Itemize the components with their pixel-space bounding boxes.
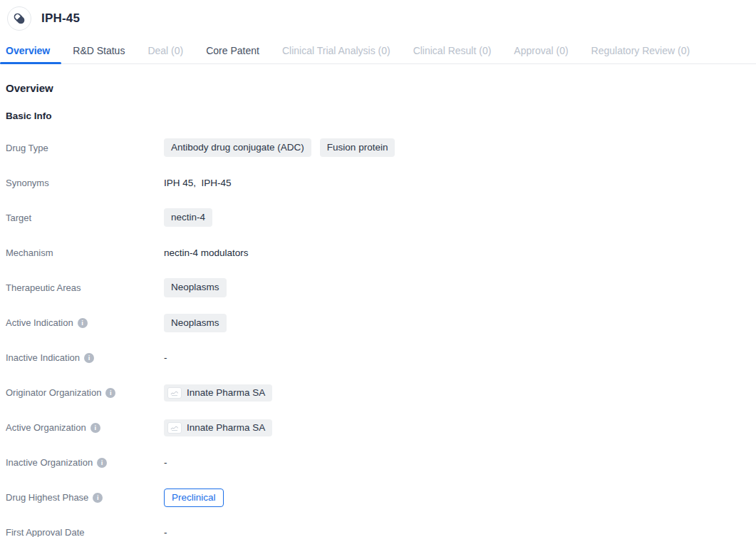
field-text-value: - xyxy=(164,527,167,537)
tag-antibody-drug-conjugate-adc[interactable]: Antibody drug conjugate (ADC) xyxy=(164,138,311,157)
field-label-first-approval-date: First Approval Date xyxy=(6,527,164,537)
org-tag-innate-pharma-sa[interactable]: Innate Pharma SA xyxy=(164,384,272,402)
field-row-therapeutic-areas: Therapeutic AreasNeoplasms xyxy=(6,278,750,297)
field-label-text: Synonyms xyxy=(6,178,49,188)
tab-label: Core Patent xyxy=(206,45,259,56)
field-row-active-indication: Active IndicationiNeoplasms xyxy=(6,314,750,332)
field-value-synonyms: IPH 45, IPH-45 xyxy=(164,178,232,188)
field-label-text: Active Organization xyxy=(6,422,86,433)
field-text-value: - xyxy=(164,457,167,468)
info-circle-icon[interactable]: i xyxy=(90,423,100,433)
org-name: Innate Pharma SA xyxy=(187,387,265,399)
field-row-target: Targetnectin-4 xyxy=(6,208,750,227)
field-value-inactive-indication: - xyxy=(164,352,167,363)
field-value-drug-highest-phase: Preclinical xyxy=(164,489,224,507)
field-label-text: Inactive Organization xyxy=(6,457,93,468)
tab-bar: OverviewR&D StatusDeal (0)Core PatentCli… xyxy=(0,37,756,64)
page-title: IPH-45 xyxy=(41,11,80,26)
info-circle-icon[interactable]: i xyxy=(97,458,107,468)
tab-label: Clinical Trial Analysis (0) xyxy=(282,45,390,56)
tab-label: Regulatory Review (0) xyxy=(591,45,690,56)
field-label-mechanism: Mechanism xyxy=(6,247,164,258)
field-value-inactive-organization: - xyxy=(164,457,167,468)
field-label-text: Drug Highest Phase xyxy=(6,492,88,503)
phase-tag-preclinical[interactable]: Preclinical xyxy=(164,489,224,507)
field-row-originator-organization: Originator OrganizationiInnate Pharma SA xyxy=(6,384,750,402)
field-label-text: Mechanism xyxy=(6,247,53,258)
field-label-synonyms: Synonyms xyxy=(6,178,164,188)
field-row-active-organization: Active OrganizationiInnate Pharma SA xyxy=(6,419,750,437)
org-name: Innate Pharma SA xyxy=(187,422,265,434)
field-value-drug-type: Antibody drug conjugate (ADC)Fusion prot… xyxy=(164,138,395,157)
tab-label: R&D Status xyxy=(73,45,125,56)
field-text-value: IPH 45, IPH-45 xyxy=(164,178,232,188)
tab-label: Clinical Result (0) xyxy=(413,45,492,56)
field-label-text: Drug Type xyxy=(6,143,48,153)
field-label-text: Active Indication xyxy=(6,317,73,328)
field-label-active-indication: Active Indicationi xyxy=(6,317,164,328)
field-label-target: Target xyxy=(6,213,164,223)
info-circle-icon[interactable]: i xyxy=(78,318,88,328)
tab-deal-0[interactable]: Deal (0) xyxy=(136,37,195,63)
tab-core-patent[interactable]: Core Patent xyxy=(195,37,271,63)
field-label-text: Therapeutic Areas xyxy=(6,282,81,293)
field-text-value: - xyxy=(164,352,167,363)
subsection-title-basic-info: Basic Info xyxy=(6,111,750,121)
tab-clinical-trial-analysis-0[interactable]: Clinical Trial Analysis (0) xyxy=(271,37,402,63)
field-row-drug-highest-phase: Drug Highest PhaseiPreclinical xyxy=(6,489,750,507)
field-row-drug-type: Drug TypeAntibody drug conjugate (ADC)Fu… xyxy=(6,138,750,157)
field-row-synonyms: SynonymsIPH 45, IPH-45 xyxy=(6,173,750,192)
tab-label: Deal (0) xyxy=(147,45,183,56)
page-header: IPH-45 xyxy=(0,0,756,37)
field-label-drug-highest-phase: Drug Highest Phasei xyxy=(6,492,164,503)
info-circle-icon[interactable]: i xyxy=(105,388,115,398)
org-tag-innate-pharma-sa[interactable]: Innate Pharma SA xyxy=(164,419,272,436)
field-label-therapeutic-areas: Therapeutic Areas xyxy=(6,282,164,293)
field-label-inactive-indication: Inactive Indicationi xyxy=(6,352,164,363)
field-value-mechanism: nectin-4 modulators xyxy=(164,247,249,258)
info-circle-icon[interactable]: i xyxy=(93,493,103,503)
field-value-first-approval-date: - xyxy=(164,527,167,537)
section-title-overview: Overview xyxy=(6,82,750,94)
tab-regulatory-review-0[interactable]: Regulatory Review (0) xyxy=(580,37,702,63)
field-label-text: Originator Organization xyxy=(6,387,101,398)
tab-overview[interactable]: Overview xyxy=(0,37,61,63)
field-label-active-organization: Active Organizationi xyxy=(6,422,164,433)
field-label-text: Target xyxy=(6,213,31,223)
overview-content: Overview Basic Info Drug TypeAntibody dr… xyxy=(0,82,756,537)
field-label-text: Inactive Indication xyxy=(6,352,80,363)
info-circle-icon[interactable]: i xyxy=(84,353,94,363)
field-row-inactive-indication: Inactive Indicationi- xyxy=(6,349,750,367)
tag-fusion-protein[interactable]: Fusion protein xyxy=(320,138,395,157)
tab-r-d-status[interactable]: R&D Status xyxy=(61,37,136,63)
field-value-active-organization: Innate Pharma SA xyxy=(164,419,272,436)
tag-neoplasms[interactable]: Neoplasms xyxy=(164,278,227,297)
tab-clinical-result-0[interactable]: Clinical Result (0) xyxy=(402,37,503,63)
tag-neoplasms[interactable]: Neoplasms xyxy=(164,314,227,332)
basic-info-fields: Drug TypeAntibody drug conjugate (ADC)Fu… xyxy=(6,138,750,537)
tab-approval-0[interactable]: Approval (0) xyxy=(502,37,579,63)
tab-label: Approval (0) xyxy=(514,45,568,56)
tag-nectin-4[interactable]: nectin-4 xyxy=(164,208,212,227)
field-text-value: nectin-4 modulators xyxy=(164,247,249,258)
field-value-target: nectin-4 xyxy=(164,208,212,227)
field-row-inactive-organization: Inactive Organizationi- xyxy=(6,454,750,472)
field-value-therapeutic-areas: Neoplasms xyxy=(164,278,227,297)
capsule-icon xyxy=(7,6,31,31)
field-value-active-indication: Neoplasms xyxy=(164,314,227,332)
org-logo-icon xyxy=(167,422,182,434)
field-row-first-approval-date: First Approval Date- xyxy=(6,523,750,537)
field-row-mechanism: Mechanismnectin-4 modulators xyxy=(6,243,750,262)
org-logo-icon xyxy=(167,387,182,399)
field-label-originator-organization: Originator Organizationi xyxy=(6,387,164,398)
tab-label: Overview xyxy=(6,45,50,56)
field-label-inactive-organization: Inactive Organizationi xyxy=(6,457,164,468)
field-label-text: First Approval Date xyxy=(6,527,85,537)
field-label-drug-type: Drug Type xyxy=(6,143,164,153)
field-value-originator-organization: Innate Pharma SA xyxy=(164,384,272,402)
drug-detail-page: IPH-45 OverviewR&D StatusDeal (0)Core Pa… xyxy=(0,0,756,537)
